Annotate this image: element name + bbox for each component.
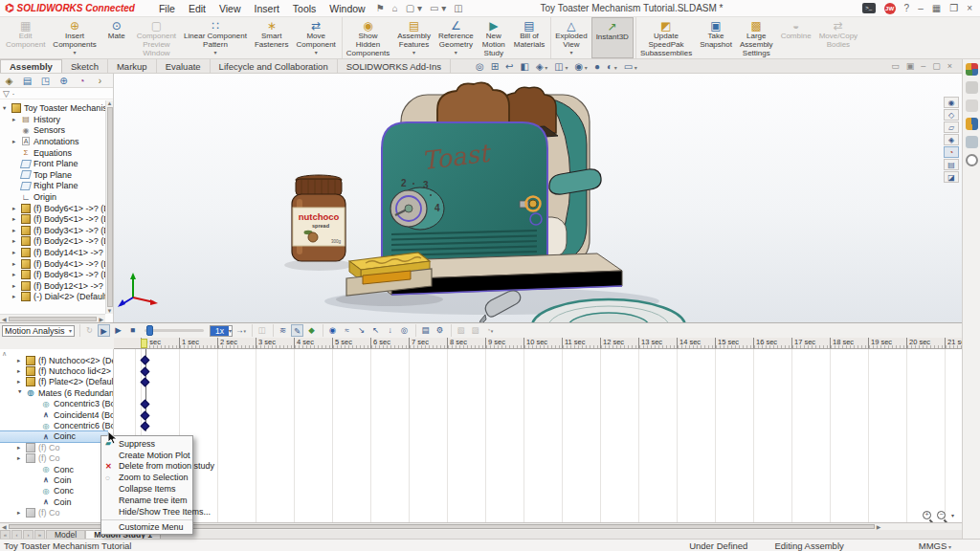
expand-arrow-icon[interactable]: ▸ [12, 260, 18, 268]
ribbon-button[interactable]: ∗ Smart Fasteners [251, 17, 293, 58]
ribbon-button[interactable]: ▢ Component Preview Window [133, 17, 180, 58]
hide-show-items-icon[interactable]: ◉ [574, 61, 587, 72]
tree-horizontal-scrollbar[interactable]: ◀▶ [0, 314, 105, 322]
feature-tree-item[interactable]: ▸ (-) Dial<2> (Default) <<Default [0, 292, 113, 303]
keyframe-diamond[interactable] [141, 356, 150, 365]
section-view-icon[interactable]: ◧ [520, 61, 528, 72]
playback-speed-combo[interactable]: 1x▾ [210, 325, 233, 337]
motion-tree-row[interactable]: ▸ Mates (6 Redundancies) [0, 387, 113, 398]
save-animation-button[interactable]: ◫ [252, 324, 268, 337]
doc-restore-icon[interactable]: ▢ [932, 61, 941, 71]
assembly-root-node[interactable]: ▾ Toy Toaster Mechanism Tutorial (De [0, 101, 113, 114]
ribbon-button[interactable]: ◒ Combine [777, 17, 815, 58]
menubar-item[interactable]: File [159, 3, 175, 14]
zoom-to-area-icon[interactable]: ⊞ [491, 61, 499, 72]
select-cursor-button[interactable]: ↖ [369, 324, 382, 337]
force-button[interactable]: ↘ [355, 324, 368, 337]
expand-arrow-icon[interactable]: ▸ [12, 138, 18, 145]
design-library-icon[interactable] [966, 81, 978, 94]
time-bar[interactable] [141, 339, 147, 348]
feature-tree-item[interactable]: ▸ (f) Body4<1> ->? (Default) <<D [0, 258, 113, 270]
feature-tree-item[interactable]: ▸ (f) Body6<1> ->? (Default) <<D [0, 203, 113, 214]
autokey-button[interactable]: ✎ [291, 324, 303, 337]
context-menu-item[interactable]: Collapse Items [101, 483, 192, 495]
command-tab[interactable]: Sketch [62, 59, 108, 73]
command-tab[interactable]: Lifecycle and Collaboration [211, 59, 338, 73]
motion-tree-row[interactable]: ▸ Coin [0, 496, 113, 507]
feature-tree-item[interactable]: ▸ (f) Body5<1> ->? (Default) <<D [0, 213, 113, 225]
feature-tree-item[interactable]: ▸ Equations [0, 147, 113, 159]
expand-arrow-icon[interactable]: ▸ [17, 357, 23, 364]
expand-arrow-icon[interactable]: ▸ [12, 293, 18, 300]
context-menu-item[interactable]: Create Motion Plot [101, 450, 192, 461]
motion-tree-row[interactable]: ▸ Conc [0, 486, 113, 496]
ribbon-button[interactable]: ∷ Linear Component Pattern [180, 17, 251, 58]
expand-arrow-icon[interactable]: ▸ [12, 282, 18, 290]
new-document-icon[interactable]: ▢ ▾ [406, 3, 422, 13]
motion-tree-row[interactable]: ▸ Coin [0, 474, 113, 485]
ribbon-button[interactable]: ⇄ Move/Copy Bodies [815, 17, 861, 58]
view-settings-icon[interactable]: ▭ [624, 61, 637, 72]
motion-tree-row[interactable]: ▸ (f) Co [0, 507, 113, 518]
feature-tree-item[interactable]: ▸ Annotations [0, 136, 113, 147]
panel-expand-icon[interactable]: › [91, 76, 109, 86]
study-properties-button[interactable]: ⚙ [434, 324, 446, 337]
graphics-viewport[interactable]: Toast 2 3 4 [114, 74, 962, 322]
propertymanager-tab-icon[interactable]: ▤ [18, 76, 36, 86]
motion-tree-row[interactable]: ▸ Conc [0, 464, 113, 474]
import-icon[interactable]: ◈ [944, 134, 959, 145]
open-icon[interactable]: ▭ ▾ [430, 3, 446, 13]
sim-run-button[interactable]: ▨ [469, 324, 481, 337]
file-explorer-icon[interactable] [966, 99, 978, 112]
ribbon-button[interactable]: ⊕ Insert Components [49, 17, 100, 58]
menubar-item[interactable]: Insert [255, 3, 279, 14]
expand-arrow-icon[interactable]: ▸ [12, 215, 18, 223]
expand-arrow-icon[interactable]: ▸ [17, 367, 23, 375]
command-tab[interactable]: Assembly [0, 59, 62, 73]
doc-minimize-icon[interactable]: ▭ [891, 61, 900, 71]
feature-tree-item[interactable]: ▸ History [0, 114, 113, 125]
feature-tree-item[interactable]: ▸ (f) Body8<1> ->? (Default) <<D [0, 269, 113, 280]
appearance-target-icon[interactable]: ◔ [944, 146, 959, 158]
play-button[interactable]: ▶ [112, 324, 124, 337]
box-select-icon[interactable]: ◇ [944, 109, 959, 121]
menubar-item[interactable]: Tools [293, 3, 317, 14]
restore-button[interactable]: ❐ [949, 3, 958, 13]
crosshair-icon[interactable] [966, 154, 978, 166]
contact-button[interactable]: ◎ [398, 324, 411, 337]
ribbon-button[interactable]: ▶ New Motion Study [478, 17, 510, 58]
menubar-item[interactable]: Window [329, 3, 365, 14]
feature-tree-item[interactable]: ▸ Sensors [0, 125, 113, 137]
feature-tree-item[interactable]: ▸ (f) Body12<1> ->? (Default) << [0, 280, 113, 292]
motion-tree-row[interactable]: ▸ Concentric6 (Body8<1 [0, 420, 113, 430]
playback-mode-button[interactable]: → [234, 324, 247, 337]
tools-icon[interactable]: ◪ [944, 171, 959, 183]
ribbon-button[interactable]: ∠ Reference Geometry [434, 17, 478, 58]
ribbon-button[interactable]: ◩ Update SpeedPak Subassemblies [635, 17, 696, 58]
slider-thumb[interactable] [146, 325, 153, 336]
context-menu-item[interactable]: Customize Menu [101, 519, 192, 533]
context-menu-item[interactable]: Hide/Show Tree Items... [101, 506, 192, 518]
keyframe-diamond[interactable] [141, 422, 150, 431]
folder-icon[interactable]: ▱ [944, 121, 959, 133]
feature-tree-item[interactable]: ▸ (f) Body3<1> ->? (Default) <<D [0, 225, 113, 236]
tree-filter[interactable]: ▽ · [0, 88, 113, 99]
home-icon[interactable]: ⌂ [392, 3, 398, 13]
motion-tree-row[interactable]: ▸ Concentric3 (Body8<1 [0, 399, 113, 409]
dimxpert-tab-icon[interactable]: ⊕ [55, 76, 73, 86]
ribbon-button[interactable]: ▦ Edit Component [2, 17, 49, 58]
help-icon[interactable]: ? [904, 3, 910, 13]
ribbon-button[interactable]: ▤ Assembly Features [393, 17, 434, 58]
timeline-ruler[interactable]: 0 sec1 sec2 sec3 sec4 sec5 sec6 sec7 sec… [114, 338, 962, 349]
expand-arrow-icon[interactable]: ▸ [17, 444, 23, 452]
menubar-item[interactable]: Edit [189, 3, 206, 14]
add-key-button[interactable]: ◆ [305, 324, 318, 337]
command-tab[interactable]: SOLIDWORKS Add-Ins [338, 59, 451, 73]
calculate-button[interactable]: ↻ [79, 324, 96, 337]
doc-cascade-icon[interactable]: ▣ [906, 61, 915, 71]
apply-scene-icon[interactable]: ◐ [607, 61, 617, 72]
nutchoco-jar[interactable]: nutchoco spread 300g [292, 175, 345, 261]
ribbon-button[interactable]: ▣ Take Snapshot [696, 17, 736, 58]
feature-tree-item[interactable]: ▸ (f) Body14<1> ->? (Default) << [0, 247, 113, 258]
expand-arrow-icon[interactable]: ▸ [16, 390, 24, 396]
